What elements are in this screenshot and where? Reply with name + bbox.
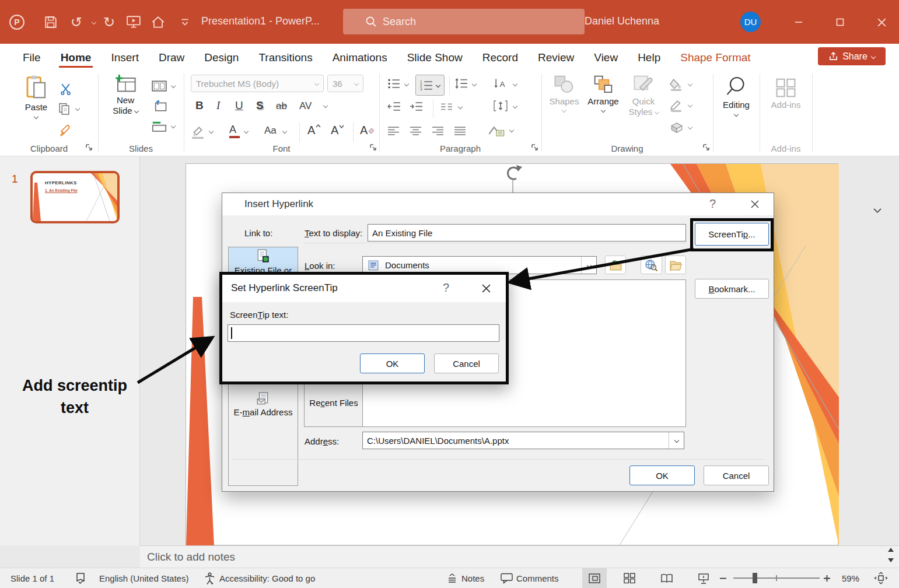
- font-dialog-launcher-icon[interactable]: [369, 144, 377, 152]
- smartart-dropdown-icon[interactable]: [509, 128, 514, 132]
- normal-view-button[interactable]: [582, 568, 607, 588]
- tab-transitions[interactable]: Transitions: [249, 47, 322, 68]
- justify-icon[interactable]: [454, 126, 466, 136]
- tab-home[interactable]: Home: [51, 47, 102, 68]
- tab-review[interactable]: Review: [528, 47, 584, 68]
- addins-button[interactable]: Add-ins: [767, 77, 804, 110]
- align-right-icon[interactable]: [432, 126, 444, 136]
- slide-indicator[interactable]: Slide 1 of 1: [11, 568, 54, 588]
- font-color-dropdown-icon[interactable]: [244, 129, 249, 134]
- copy-dropdown-icon[interactable]: [75, 106, 80, 111]
- format-painter-icon[interactable]: [59, 124, 72, 136]
- columns-icon[interactable]: [440, 103, 453, 111]
- address-combo[interactable]: C:\Users\DANIEL\Documents\A.pptx: [362, 432, 684, 449]
- grow-font-button[interactable]: A: [307, 124, 321, 137]
- collapse-ribbon-icon[interactable]: [873, 208, 882, 214]
- numbering-button-selected[interactable]: 123: [415, 75, 445, 96]
- screentip-cancel-button[interactable]: Cancel: [434, 354, 499, 373]
- underline-button[interactable]: U: [235, 99, 243, 112]
- bullets-dropdown-icon[interactable]: [404, 82, 409, 86]
- bullets-icon[interactable]: [387, 78, 401, 89]
- columns-dropdown-icon[interactable]: [458, 104, 463, 109]
- text-shadow-button[interactable]: S: [256, 99, 264, 112]
- address-dropdown-icon[interactable]: [669, 432, 684, 449]
- convert-smartart-icon[interactable]: [488, 125, 505, 136]
- editing-button[interactable]: Editing: [718, 76, 755, 116]
- highlight-dropdown-icon[interactable]: [209, 129, 214, 134]
- slide-thumbnail[interactable]: HYPERLINKS 1. An Existing File: [30, 171, 120, 223]
- copy-icon[interactable]: [58, 103, 71, 115]
- save-icon[interactable]: [42, 13, 60, 31]
- character-spacing-button[interactable]: AV: [299, 100, 312, 112]
- maximize-button[interactable]: [830, 13, 850, 32]
- powerpoint-logo-icon[interactable]: P: [8, 13, 26, 31]
- text-to-display-input[interactable]: An Existing File: [368, 224, 686, 242]
- fit-to-window-icon[interactable]: [874, 568, 888, 588]
- tab-shape-format[interactable]: Shape Format: [670, 47, 760, 68]
- arrange-button[interactable]: Arrange: [583, 75, 623, 112]
- tab-view[interactable]: View: [584, 47, 628, 68]
- accessibility-status[interactable]: Accessibility: Good to go: [219, 568, 315, 588]
- tab-animations[interactable]: Animations: [323, 47, 397, 68]
- close-icon[interactable]: [872, 13, 891, 32]
- italic-button[interactable]: I: [216, 99, 220, 112]
- shape-effects-dropdown-icon[interactable]: [688, 125, 692, 130]
- shapes-button[interactable]: Shapes: [546, 75, 582, 112]
- minimize-button[interactable]: [789, 13, 809, 32]
- redo-icon[interactable]: ↻: [100, 13, 118, 31]
- decrease-indent-icon[interactable]: [387, 102, 401, 111]
- font-size-combo[interactable]: 36: [327, 75, 363, 92]
- scroll-up-icon[interactable]: [887, 547, 894, 552]
- bold-button[interactable]: B: [195, 99, 204, 112]
- highlight-color-icon[interactable]: [191, 125, 205, 139]
- tab-slide-show[interactable]: Slide Show: [397, 47, 473, 68]
- zoom-out-icon[interactable]: [719, 568, 727, 588]
- screentip-ok-button[interactable]: OK: [360, 354, 425, 373]
- change-case-dropdown-icon[interactable]: [282, 129, 287, 134]
- drawing-dialog-launcher-icon[interactable]: [702, 144, 711, 152]
- close-icon[interactable]: [481, 284, 491, 293]
- slideshow-from-start-icon[interactable]: [125, 13, 142, 31]
- browse-web-button[interactable]: [641, 256, 662, 274]
- recent-files-tab[interactable]: Recent Files: [305, 378, 363, 428]
- section-icon[interactable]: [152, 121, 167, 132]
- text-direction-icon[interactable]: A: [494, 78, 507, 89]
- browse-file-button[interactable]: [665, 256, 686, 274]
- sidebar-email-address-button[interactable]: E-mail Address: [229, 391, 298, 426]
- up-one-folder-button[interactable]: [605, 256, 626, 274]
- comments-toggle[interactable]: Comments: [501, 568, 559, 588]
- scroll-down-icon[interactable]: [887, 558, 894, 563]
- tab-insert[interactable]: Insert: [101, 47, 149, 68]
- accessibility-icon[interactable]: [204, 568, 215, 588]
- tab-help[interactable]: Help: [628, 47, 670, 68]
- clipboard-dialog-launcher-icon[interactable]: [85, 144, 93, 152]
- notes-pane[interactable]: Click to add notes: [140, 545, 899, 568]
- undo-icon[interactable]: ↺: [68, 13, 85, 31]
- bookmark-button[interactable]: Bookmark...: [695, 279, 769, 299]
- clear-formatting-button[interactable]: A: [360, 124, 375, 137]
- slide-sorter-view-button[interactable]: [617, 568, 642, 588]
- shape-fill-dropdown-icon[interactable]: [688, 82, 692, 86]
- shape-outline-dropdown-icon[interactable]: [688, 103, 692, 107]
- new-slide-button[interactable]: New Slide: [106, 75, 145, 116]
- language-indicator[interactable]: English (United States): [99, 568, 188, 588]
- help-button[interactable]: ?: [709, 197, 716, 211]
- insert-dialog-ok-button[interactable]: OK: [629, 466, 695, 485]
- tab-draw[interactable]: Draw: [149, 47, 194, 68]
- layout-dropdown-icon[interactable]: [171, 83, 176, 88]
- notes-toggle[interactable]: Notes: [446, 568, 484, 588]
- paragraph-dialog-launcher-icon[interactable]: [531, 144, 539, 152]
- text-direction-dropdown-icon[interactable]: [513, 82, 517, 86]
- tab-record[interactable]: Record: [473, 47, 528, 68]
- screentip-text-input[interactable]: [228, 324, 499, 342]
- line-spacing-dropdown-icon[interactable]: [472, 82, 477, 86]
- line-spacing-icon[interactable]: [455, 78, 468, 89]
- align-text-icon[interactable]: [494, 100, 508, 111]
- share-button[interactable]: Share: [818, 47, 886, 65]
- strikethrough-button[interactable]: ab: [276, 100, 287, 112]
- font-color-button[interactable]: A: [229, 124, 240, 138]
- slide-layout-icon[interactable]: [152, 80, 167, 92]
- slideshow-view-button[interactable]: [691, 568, 716, 588]
- reset-slide-icon[interactable]: [153, 100, 167, 112]
- quick-access-customize-icon[interactable]: [176, 13, 194, 31]
